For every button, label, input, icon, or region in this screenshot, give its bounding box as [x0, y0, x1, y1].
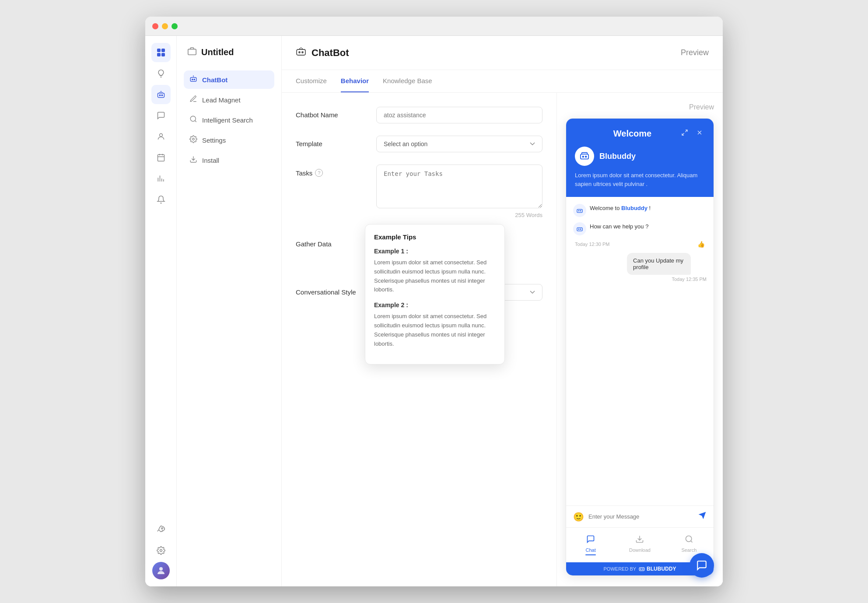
- svg-point-17: [192, 138, 195, 140]
- gather-data-label: Gather Data: [296, 236, 366, 248]
- svg-point-33: [643, 569, 644, 570]
- like-button[interactable]: 👍: [697, 241, 705, 248]
- tooltip-example2-heading: Example 2 :: [374, 302, 496, 309]
- svg-rect-2: [157, 53, 161, 56]
- floating-chat-button[interactable]: [690, 553, 714, 578]
- chat-tab-search-label: Search: [681, 547, 696, 553]
- chat-tab-search-icon: [685, 535, 693, 546]
- sidebar-item-intelligent-search[interactable]: Intelligent Search: [184, 111, 274, 129]
- chat-header-actions: [679, 127, 705, 140]
- svg-point-30: [686, 536, 691, 542]
- chat-bot-info: Blubuddy: [575, 147, 705, 166]
- calendar-nav-icon[interactable]: [151, 148, 171, 167]
- svg-rect-1: [161, 49, 165, 52]
- icon-sidebar-bottom: [151, 520, 171, 579]
- main-header-title: ChatBot: [312, 47, 349, 59]
- chat-msg-help: How can we help you ?: [573, 222, 707, 235]
- template-label: Template: [296, 136, 366, 147]
- tasks-row: Tasks ? 255 Words: [296, 165, 542, 218]
- chat-input-area: 🙂: [566, 505, 714, 527]
- chat-tabs: Chat Download: [566, 527, 714, 562]
- main-content: ChatBot Preview Customize Behavior Knowl…: [282, 36, 723, 586]
- send-button[interactable]: [698, 511, 707, 522]
- sidebar-item-chatbot[interactable]: ChatBot: [184, 70, 274, 89]
- chatbot-name-input[interactable]: [376, 107, 542, 123]
- chat-tab-chat-icon: [586, 535, 595, 546]
- chat-header: Welcome: [566, 119, 714, 197]
- sidebar-item-search-label: Intelligent Search: [202, 116, 253, 124]
- svg-rect-0: [157, 49, 161, 52]
- chat-tab-download[interactable]: Download: [615, 531, 664, 559]
- tab-knowledge-base[interactable]: Knowledge Base: [383, 70, 432, 92]
- svg-point-19: [299, 52, 300, 53]
- svg-point-9: [161, 528, 162, 529]
- powered-logo: BLUBUDDY: [639, 566, 676, 572]
- template-select[interactable]: Select an option: [376, 136, 542, 152]
- settings-icon[interactable]: [151, 541, 171, 560]
- chat-description: Lorem ipsum dolor sit amet consectetur. …: [575, 171, 705, 188]
- minimize-button[interactable]: [162, 23, 168, 29]
- avatar[interactable]: [152, 562, 170, 579]
- chat-message-input[interactable]: [588, 513, 693, 520]
- chat-tab-chat-label: Chat: [586, 547, 596, 553]
- chat-msg-user-bubble: Can you Update my profile: [627, 253, 691, 275]
- form-area: Chatbot Name Template Select an option: [282, 93, 556, 586]
- bulb-icon[interactable]: [151, 64, 171, 83]
- window-controls: [152, 23, 178, 29]
- svg-rect-12: [188, 49, 196, 55]
- chat-timestamp-row: Today 12:30 PM 👍: [573, 241, 707, 248]
- chat-widget: Welcome: [566, 118, 714, 576]
- icon-sidebar: [145, 36, 177, 586]
- svg-point-10: [160, 550, 162, 552]
- settings-nav-icon: [189, 135, 198, 145]
- tasks-textarea[interactable]: [376, 165, 542, 208]
- bot-nav-icon[interactable]: [151, 85, 171, 104]
- svg-point-20: [302, 52, 303, 53]
- svg-rect-3: [161, 53, 165, 56]
- main-header-left: ChatBot: [296, 46, 349, 59]
- chatbot-nav-icon: [189, 75, 198, 84]
- tooltip-example2-text: Lorem ipsum dolor sit amet consectetur. …: [374, 312, 496, 348]
- tab-customize[interactable]: Customize: [296, 70, 327, 92]
- titlebar: [145, 17, 723, 36]
- sidebar-item-chatbot-label: ChatBot: [202, 76, 228, 84]
- chat-tab-chat[interactable]: Chat: [566, 531, 615, 559]
- tab-behavior[interactable]: Behavior: [341, 70, 369, 92]
- svg-rect-21: [581, 154, 588, 159]
- tasks-help-icon[interactable]: ?: [315, 169, 323, 177]
- project-title: Untitled: [201, 47, 234, 57]
- chart-nav-icon[interactable]: [151, 169, 171, 188]
- svg-point-23: [585, 156, 587, 158]
- chat-nav-icon[interactable]: [151, 106, 171, 125]
- chat-bot-name: Blubuddy: [599, 152, 636, 161]
- rocket-icon[interactable]: [151, 520, 171, 539]
- chat-msg-welcome: Welcome to Blubuddy !: [573, 204, 707, 217]
- svg-point-32: [640, 569, 641, 570]
- app-window: Untitled ChatBot: [145, 17, 723, 586]
- project-header: Untitled: [184, 46, 274, 58]
- sidebar-item-settings-label: Settings: [202, 137, 226, 144]
- close-button[interactable]: [152, 23, 158, 29]
- tabs-bar: Customize Behavior Knowledge Base: [282, 70, 723, 93]
- emoji-button[interactable]: 🙂: [573, 512, 584, 522]
- chat-close-button[interactable]: [694, 127, 705, 140]
- chat-msg-user: Can you Update my profile Today 12:35 PM: [573, 253, 707, 282]
- chat-welcome-title: Welcome: [585, 129, 679, 139]
- maximize-button[interactable]: [172, 23, 178, 29]
- chat-expand-button[interactable]: [679, 127, 690, 140]
- svg-point-25: [578, 210, 579, 211]
- sidebar-item-lead-magnet[interactable]: Lead Magnet: [184, 91, 274, 109]
- sidebar-item-settings[interactable]: Settings: [184, 131, 274, 149]
- svg-point-6: [161, 95, 163, 96]
- bell-nav-icon[interactable]: [151, 190, 171, 209]
- person-nav-icon[interactable]: [151, 127, 171, 146]
- svg-point-26: [580, 210, 581, 211]
- tasks-control: 255 Words: [376, 165, 542, 218]
- svg-rect-27: [577, 228, 582, 231]
- chatbot-name-label: Chatbot Name: [296, 107, 366, 119]
- svg-point-29: [580, 229, 581, 230]
- sidebar-item-install[interactable]: Install: [184, 151, 274, 169]
- main-header: ChatBot Preview: [282, 36, 723, 70]
- grid-icon[interactable]: [151, 43, 171, 62]
- preview-label: Preview: [681, 48, 709, 57]
